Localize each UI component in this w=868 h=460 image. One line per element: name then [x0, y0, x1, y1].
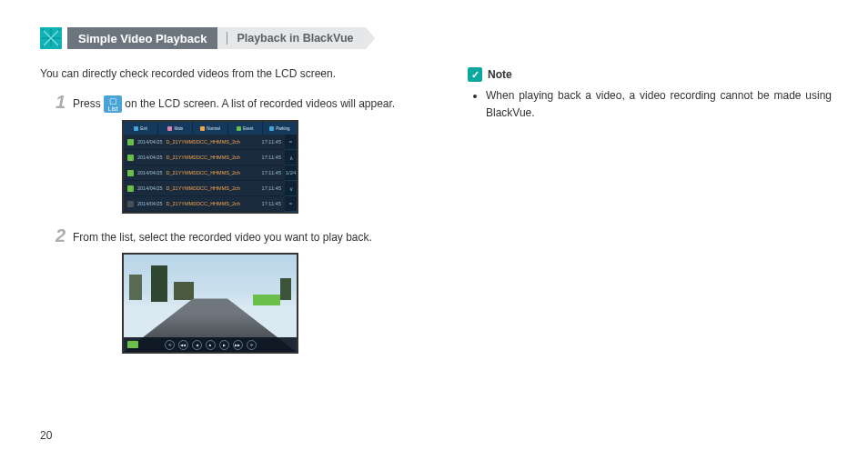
- step-number: 2: [40, 226, 66, 245]
- step-text: Press List on the LCD screen. A list of …: [73, 93, 395, 113]
- note-header: ✓ Note: [468, 67, 832, 82]
- ss1-tab-icon: [167, 126, 172, 131]
- step-text-post: on the LCD screen. A list of recorded vi…: [122, 97, 395, 110]
- step-1: 1 Press List on the LCD screen. A list o…: [40, 93, 404, 113]
- ss1-row: 2014/04/25D_21YYMMDDCC_HHMMS_2ch17:11:45: [124, 181, 285, 196]
- ss1-tab-icon: [269, 126, 274, 131]
- row-time: 17:11:45: [262, 201, 281, 206]
- row-filename: D_21YYMMDDCC_HHMMS_2ch: [167, 170, 258, 175]
- ss1-tab-icon: [200, 126, 205, 131]
- ss1-row: 2014/04/25D_21YYMMDDCC_HHMMS_2ch17:11:45: [124, 150, 285, 165]
- player-control-icon: ⟲: [165, 340, 175, 350]
- left-column: You can directly check recorded videos f…: [40, 67, 404, 366]
- title-separator: [227, 32, 227, 45]
- ss1-tab-icon: [134, 126, 138, 131]
- row-badge-icon: [127, 201, 134, 207]
- note-label: Note: [488, 68, 512, 81]
- intro-text: You can directly check recorded videos f…: [40, 67, 404, 80]
- row-filename: D_21YYMMDDCC_HHMMS_2ch: [167, 155, 258, 160]
- ss1-scroll-btn: ∨: [285, 181, 297, 196]
- row-date: 2014/04/25: [137, 170, 163, 175]
- row-filename: D_21YYMMDDCC_HHMMS_2ch: [167, 139, 258, 145]
- ss1-tab-label: Exit: [140, 126, 147, 131]
- row-time: 17:11:45: [262, 185, 281, 191]
- note-list: When playing back a video, a video recor…: [468, 87, 832, 122]
- title-main: Simple Video Playback: [67, 27, 217, 49]
- ss1-tab-label: Normal: [207, 126, 220, 131]
- ss1-tabs: ExitMainNormalEventParking: [124, 122, 297, 135]
- section-header: Simple Video Playback Playback in BlackV…: [40, 27, 832, 49]
- check-icon: ✓: [468, 67, 482, 82]
- ss1-tab-label: Event: [243, 126, 254, 131]
- ss1-row: 2014/04/25D_21YYMMDDCC_HHMMS_2ch17:11:45: [124, 196, 285, 212]
- player-control-icon: ■: [206, 340, 216, 350]
- row-date: 2014/04/25: [137, 201, 163, 206]
- screenshot-video-player: ⟲◀◀◀■▶▶▶⟳: [122, 253, 298, 354]
- ss1-tab: Exit: [124, 122, 158, 135]
- page-number: 20: [40, 429, 52, 442]
- right-column: ✓ Note When playing back a video, a vide…: [468, 67, 832, 366]
- title-arrow: [366, 27, 375, 49]
- ss1-tab: Event: [228, 122, 263, 135]
- row-filename: D_21YYMMDDCC_HHMMS_2ch: [167, 185, 258, 191]
- ss1-row: 2014/04/25D_21YYMMDDCC_HHMMS_2ch17:11:45: [124, 165, 285, 181]
- logo-icon: [40, 27, 62, 49]
- ss1-tab-label: Main: [174, 126, 183, 131]
- player-control-icon: ◀: [192, 340, 202, 350]
- row-date: 2014/04/25: [137, 139, 163, 145]
- ss1-rows: 2014/04/25D_21YYMMDDCC_HHMMS_2ch17:11:45…: [124, 135, 285, 212]
- player-control-icon: ◀◀: [178, 340, 188, 350]
- ss1-scroll-btn: ≈: [285, 135, 297, 150]
- row-date: 2014/04/25: [137, 155, 163, 160]
- ss1-tab: Normal: [193, 122, 227, 135]
- ss1-controls: ≈∧1/24∨≈: [285, 135, 297, 212]
- ss1-scroll-btn: ≈: [285, 196, 297, 212]
- row-time: 17:11:45: [262, 139, 281, 145]
- row-badge-icon: [127, 155, 134, 161]
- ss1-tab: Main: [158, 122, 193, 135]
- screenshot-video-list: ExitMainNormalEventParking 2014/04/25D_2…: [122, 120, 298, 214]
- player-control-icon: ▶: [219, 340, 229, 350]
- step-text-pre: Press: [73, 97, 104, 110]
- list-button-icon: List: [104, 95, 122, 113]
- ss1-tab-label: Parking: [276, 126, 289, 131]
- row-time: 17:11:45: [262, 170, 281, 175]
- player-control-icon: ▶▶: [233, 340, 243, 350]
- step-text: From the list, select the recorded video…: [73, 226, 372, 245]
- player-controls: ⟲◀◀◀■▶▶▶⟳: [124, 337, 297, 352]
- row-date: 2014/04/25: [137, 185, 163, 191]
- step-2: 2 From the list, select the recorded vid…: [40, 226, 404, 245]
- row-badge-icon: [127, 185, 134, 192]
- ss1-scroll-btn: 1/24: [285, 165, 297, 181]
- ss1-row: 2014/04/25D_21YYMMDDCC_HHMMS_2ch17:11:45: [124, 135, 285, 150]
- player-control-icon: ⟳: [247, 340, 257, 350]
- ss1-tab-icon: [237, 126, 241, 131]
- ss1-tab: Parking: [263, 122, 297, 135]
- step-number: 1: [40, 93, 66, 111]
- row-filename: D_21YYMMDDCC_HHMMS_2ch: [167, 201, 258, 206]
- title-sub: Playback in BlackVue: [237, 32, 353, 45]
- row-time: 17:11:45: [262, 155, 281, 160]
- ss1-scroll-btn: ∧: [285, 150, 297, 165]
- row-badge-icon: [127, 139, 134, 145]
- player-indicator-icon: [127, 341, 138, 348]
- note-item: When playing back a video, a video recor…: [486, 87, 832, 122]
- row-badge-icon: [127, 170, 134, 176]
